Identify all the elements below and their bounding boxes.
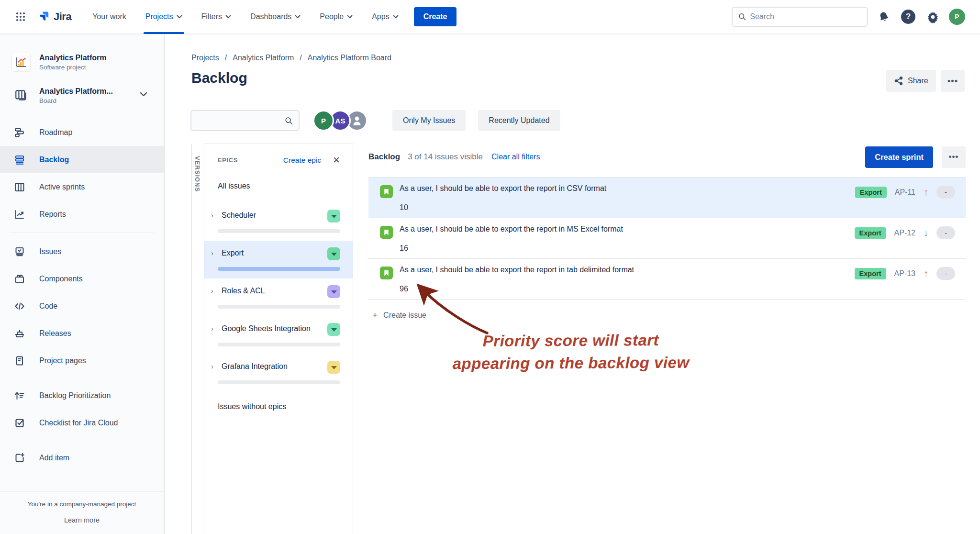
project-sidebar: Analytics Platform Software project Anal… — [0, 34, 165, 534]
gear-icon — [926, 11, 939, 23]
issue-row-ap-12[interactable]: As a user, I should be able to export th… — [368, 218, 966, 259]
create-epic-link[interactable]: Create epic — [283, 156, 321, 165]
sidebar-item-roadmap[interactable]: Roadmap — [0, 119, 164, 146]
app-switcher-icon[interactable] — [13, 10, 28, 24]
recently-updated-button[interactable]: Recently Updated — [478, 110, 560, 131]
breadcrumb-separator: / — [300, 54, 301, 62]
issue-key: AP-12 — [894, 229, 915, 237]
estimate-pill[interactable]: - — [936, 267, 955, 280]
components-icon — [13, 273, 26, 285]
sidebar-item-active-sprints[interactable]: Active sprints — [0, 173, 164, 200]
sidebar-item-backlog[interactable]: Backlog — [0, 146, 164, 173]
settings-button[interactable] — [924, 8, 941, 25]
primary-nav-menu: Your work Projects Filters Dashboards Pe… — [92, 0, 399, 34]
annotation-text: Priority score will start appearing on t… — [427, 328, 714, 375]
nav-item-dashboards[interactable]: Dashboards — [250, 0, 301, 34]
triangle-down-icon — [331, 290, 337, 294]
sidebar-gap — [0, 436, 164, 444]
priority-direction-icon: ↓ — [924, 227, 928, 238]
sidebar-item-add-item[interactable]: Add item — [0, 444, 164, 471]
global-search-input[interactable] — [750, 12, 861, 21]
versions-label: VERSIONS — [194, 156, 201, 192]
epic-filter-without-epics[interactable]: Issues without epics — [218, 392, 340, 423]
chevron-right-icon[interactable]: › — [211, 211, 217, 219]
epic-label: Scheduler — [222, 210, 327, 221]
help-icon: ? — [901, 10, 915, 24]
nav-item-filters[interactable]: Filters — [201, 0, 232, 34]
board-icon — [11, 86, 31, 105]
sidebar-item-project-pages[interactable]: Project pages — [0, 347, 164, 374]
help-button[interactable]: ? — [900, 8, 917, 25]
breadcrumb-board[interactable]: Analytics Platform Board — [308, 54, 391, 62]
chevron-right-icon[interactable]: › — [211, 287, 217, 295]
page-title: Backlog — [191, 70, 247, 86]
epics-panel: EPICS Create epic ✕ All issues › Schedul… — [204, 144, 353, 534]
epic-item-roles-acl[interactable]: › Roles & ACL — [204, 278, 353, 316]
learn-more-link[interactable]: Learn more — [64, 516, 100, 524]
estimate-pill[interactable]: - — [936, 186, 955, 199]
board-name: Analytics Platform... — [39, 87, 113, 96]
nav-item-apps[interactable]: Apps — [372, 0, 398, 34]
code-icon — [13, 300, 26, 312]
breadcrumb-projects[interactable]: Projects — [191, 54, 219, 62]
chevron-right-icon[interactable]: › — [211, 324, 217, 333]
epic-item-grafana[interactable]: › Grafana Integration — [204, 354, 353, 392]
close-icon[interactable]: ✕ — [333, 156, 340, 165]
share-button[interactable]: Share — [886, 70, 936, 92]
page-more-button[interactable]: ••• — [941, 70, 965, 92]
nav-item-label: Filters — [201, 12, 223, 21]
versions-collapsed-panel[interactable]: VERSIONS — [191, 144, 204, 534]
profile-avatar-button[interactable]: P — [948, 8, 966, 25]
nav-item-your-work[interactable]: Your work — [92, 0, 126, 34]
plus-icon: + — [372, 310, 378, 321]
chevron-right-icon[interactable]: › — [211, 362, 217, 370]
epic-item-scheduler[interactable]: › Scheduler — [204, 203, 353, 241]
global-search[interactable] — [732, 7, 868, 27]
backlog-header: Backlog 3 of 14 issues visible Clear all… — [368, 144, 966, 170]
annotation-line-1: Priority score will start — [427, 328, 714, 352]
sidebar-item-reports[interactable]: Reports — [0, 200, 164, 228]
nav-item-label: Dashboards — [250, 12, 291, 21]
only-my-issues-button[interactable]: Only My Issues — [392, 110, 466, 131]
epic-color-dropdown[interactable] — [327, 361, 340, 374]
backlog-search[interactable] — [190, 110, 300, 131]
sidebar-item-code[interactable]: Code — [0, 292, 164, 320]
epic-item-export[interactable]: › Export — [204, 241, 353, 278]
epic-badge[interactable]: Export — [855, 268, 886, 279]
board-selector[interactable]: Analytics Platform... Board — [0, 86, 164, 105]
epic-color-dropdown[interactable] — [327, 285, 340, 298]
sidebar-item-releases[interactable]: Releases — [0, 320, 164, 347]
chevron-down-icon — [177, 15, 182, 19]
sidebar-item-checklist[interactable]: Checklist for Jira Cloud — [0, 409, 164, 436]
sidebar-item-issues[interactable]: Issues — [0, 238, 164, 265]
sidebar-item-components[interactable]: Components — [0, 265, 164, 292]
sidebar-item-backlog-prioritization[interactable]: Backlog Prioritization — [0, 382, 164, 409]
sidebar-item-label: Backlog — [39, 156, 69, 164]
backlog-search-input[interactable] — [197, 117, 285, 125]
issue-row-ap-11[interactable]: As a user, I should be able to export th… — [368, 178, 966, 218]
create-sprint-button[interactable]: Create sprint — [865, 146, 933, 168]
nav-item-projects[interactable]: Projects — [145, 0, 182, 34]
epic-badge[interactable]: Export — [855, 187, 887, 198]
chevron-right-icon[interactable]: › — [211, 249, 217, 257]
estimate-pill[interactable]: - — [936, 226, 955, 239]
epic-badge[interactable]: Export — [855, 227, 886, 239]
filter-bar: P AS Only My Issues Recently Updated — [190, 110, 560, 131]
epic-filter-all-issues[interactable]: All issues — [218, 177, 340, 203]
backlog-more-button[interactable]: ••• — [942, 146, 966, 168]
jira-logo[interactable]: Jira — [37, 10, 71, 23]
breadcrumb-project[interactable]: Analytics Platform — [233, 54, 294, 62]
priority-score: 10 — [400, 203, 855, 212]
epic-item-google-sheets[interactable]: › Google Sheets Integration — [204, 316, 353, 354]
backlog-icon — [13, 154, 26, 166]
epic-color-dropdown[interactable] — [327, 323, 340, 336]
create-button[interactable]: Create — [414, 7, 457, 26]
search-icon — [285, 116, 293, 125]
notifications-button[interactable] — [875, 8, 892, 25]
nav-item-people[interactable]: People — [320, 0, 353, 34]
epic-color-dropdown[interactable] — [327, 210, 340, 222]
clear-all-filters-link[interactable]: Clear all filters — [491, 153, 540, 161]
nav-item-label: Apps — [372, 12, 389, 21]
epic-color-dropdown[interactable] — [327, 247, 340, 260]
avatar-p[interactable]: P — [313, 110, 334, 131]
